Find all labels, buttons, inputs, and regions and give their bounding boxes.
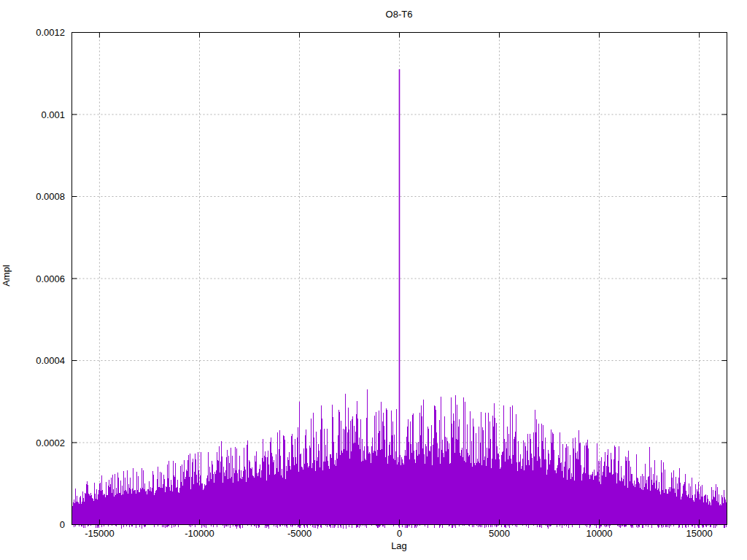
y-tick-label: 0.0002 bbox=[36, 438, 65, 448]
y-tick-label: 0.0012 bbox=[36, 27, 65, 38]
x-axis-label: Lag bbox=[391, 540, 407, 551]
data-series-layer bbox=[73, 69, 727, 528]
x-tick-label: 10000 bbox=[586, 528, 612, 539]
x-tick-label: 0 bbox=[397, 528, 402, 539]
y-tick-label: 0.0006 bbox=[36, 273, 65, 284]
x-tick-label: -15000 bbox=[85, 528, 114, 539]
x-tick-label: 5000 bbox=[489, 528, 510, 539]
y-tick-label: 0.0004 bbox=[36, 355, 65, 366]
chart-title: O8-T6 bbox=[386, 9, 413, 20]
y-tick-label: 0 bbox=[60, 519, 65, 530]
x-tick-label: -5000 bbox=[287, 528, 311, 539]
correlation-chart: -15000-10000-500005000100001500000.00020… bbox=[0, 0, 747, 560]
gnuplot-figure: -15000-10000-500005000100001500000.00020… bbox=[0, 0, 747, 560]
y-tick-label: 0.0008 bbox=[36, 191, 65, 202]
y-tick-label: 0.001 bbox=[41, 109, 65, 120]
y-axis-label: Ampl bbox=[1, 265, 12, 287]
x-tick-label: 15000 bbox=[686, 528, 713, 539]
x-tick-label: -10000 bbox=[185, 528, 214, 539]
